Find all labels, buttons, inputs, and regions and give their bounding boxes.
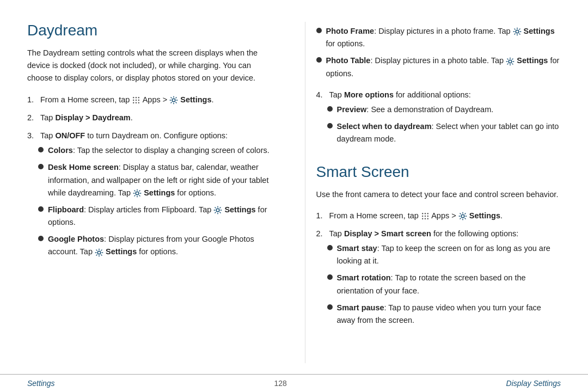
gear-icon-ss1 bbox=[458, 212, 467, 220]
bullet-dot bbox=[38, 236, 44, 241]
apps-icon bbox=[132, 96, 140, 105]
step-3-text: Tap ON/OFF to turn Daydream on. Configur… bbox=[40, 130, 228, 142]
bullet-smart-rotation-text: Smart rotation: Tap to rotate the screen… bbox=[337, 272, 561, 297]
onoff-bold: ON/OFF bbox=[55, 131, 85, 140]
bullet-smart-pause-text: Smart pause: Tap to pause video when you… bbox=[337, 302, 561, 327]
settings-bold-1: Settings bbox=[180, 95, 211, 104]
smart-screen-description: Use the front camera to detect your face… bbox=[316, 188, 561, 201]
step-4: 4. Tap More options for additional optio… bbox=[316, 89, 561, 150]
smart-screen-title: Smart Screen bbox=[316, 163, 561, 181]
step-4-bullets: Preview: See a demonstration of Daydream… bbox=[327, 103, 561, 150]
ss-step-1: 1. From a Home screen, tap Apps > Settin… bbox=[316, 210, 561, 222]
left-column: Daydream The Daydream setting controls w… bbox=[27, 22, 283, 363]
bullet-smart-stay-text: Smart stay: Tap to keep the screen on fo… bbox=[337, 242, 561, 267]
bullet-smart-pause: Smart pause: Tap to pause video when you… bbox=[327, 302, 561, 327]
step-num-1: 1. bbox=[27, 94, 37, 106]
right-column: Photo Frame: Display pictures in a photo… bbox=[305, 22, 561, 363]
display-daydream-bold: Display > Daydream bbox=[55, 113, 130, 122]
bullet-dot bbox=[327, 123, 333, 128]
bullet-colors-text: Colors: Tap the selector to display a ch… bbox=[48, 144, 272, 157]
photo-bullets: Photo Frame: Display pictures in a photo… bbox=[316, 25, 561, 80]
footer: Settings 128 Display Settings bbox=[0, 374, 588, 392]
bullet-desk-text: Desk Home screen: Display a status bar, … bbox=[48, 161, 272, 199]
step-1-text: From a Home screen, tap Apps > Settings. bbox=[40, 94, 214, 106]
step-num-3: 3. bbox=[27, 130, 37, 142]
bullet-dot bbox=[38, 206, 44, 212]
step-num-4: 4. bbox=[316, 89, 326, 101]
step-num-2: 2. bbox=[27, 112, 37, 124]
gear-icon-gphoto bbox=[95, 248, 103, 257]
smart-screen-steps: 1. From a Home screen, tap Apps > Settin… bbox=[316, 210, 561, 332]
gear-icon-pframe bbox=[513, 27, 522, 36]
bullet-photo-frame: Photo Frame: Display pictures in a photo… bbox=[316, 25, 561, 50]
bullet-google-photos: Google Photos: Display pictures from you… bbox=[38, 233, 272, 258]
bullet-google-text: Google Photos: Display pictures from you… bbox=[48, 233, 272, 258]
gear-icon-ptable bbox=[506, 57, 514, 66]
apps-icon-ss bbox=[421, 212, 430, 220]
bullet-photo-table: Photo Table: Display pictures in a photo… bbox=[316, 54, 561, 79]
footer-page-number: 128 bbox=[274, 379, 286, 388]
step-2-text: Tap Display > Daydream. bbox=[40, 112, 133, 124]
gear-icon-desk bbox=[133, 189, 142, 198]
bullet-dot bbox=[38, 147, 44, 152]
step-4-text: Tap More options for additional options: bbox=[329, 89, 471, 101]
ss-step-2: 2. Tap Display > Smart screen for the fo… bbox=[316, 228, 561, 331]
bullet-flipboard: Flipboard: Display articles from Flipboa… bbox=[38, 204, 272, 229]
ss-step-2-bullets: Smart stay: Tap to keep the screen on fo… bbox=[327, 242, 561, 331]
gear-icon-flip bbox=[213, 206, 222, 215]
bullet-flipboard-text: Flipboard: Display articles from Flipboa… bbox=[48, 204, 272, 229]
bullet-colors: Colors: Tap the selector to display a ch… bbox=[38, 144, 272, 157]
bullet-photo-frame-text: Photo Frame: Display pictures in a photo… bbox=[326, 25, 561, 50]
step-4-list: 4. Tap More options for additional optio… bbox=[316, 89, 561, 150]
ss-step-1-text: From a Home screen, tap Apps > Settings. bbox=[329, 210, 503, 222]
page-container: Daydream The Daydream setting controls w… bbox=[0, 0, 588, 392]
bullet-dot bbox=[327, 274, 333, 280]
bullet-dot bbox=[327, 106, 333, 112]
step-3-bullets: Colors: Tap the selector to display a ch… bbox=[38, 144, 272, 263]
bullet-smart-rotation: Smart rotation: Tap to rotate the screen… bbox=[327, 272, 561, 297]
footer-left: Settings bbox=[27, 379, 55, 388]
bullet-select-when-text: Select when to daydream: Select when you… bbox=[337, 120, 561, 145]
ss-step-num-2: 2. bbox=[316, 228, 326, 240]
bullet-select-when: Select when to daydream: Select when you… bbox=[327, 120, 561, 145]
bullet-preview-text: Preview: See a demonstration of Daydream… bbox=[337, 103, 561, 116]
daydream-steps: 1. From a Home screen, tap Apps > Settin… bbox=[27, 94, 272, 263]
daydream-title: Daydream bbox=[27, 22, 272, 39]
bullet-smart-stay: Smart stay: Tap to keep the screen on fo… bbox=[327, 242, 561, 267]
bullet-dot bbox=[327, 304, 333, 310]
daydream-description: The Daydream setting controls what the s… bbox=[27, 47, 272, 85]
bullet-desk-home: Desk Home screen: Display a status bar, … bbox=[38, 161, 272, 199]
step-2: 2. Tap Display > Daydream. bbox=[27, 112, 272, 124]
bullet-dot bbox=[38, 164, 44, 169]
step-1: 1. From a Home screen, tap Apps > Settin… bbox=[27, 94, 272, 106]
gear-icon-1 bbox=[169, 96, 178, 105]
bullet-dot bbox=[316, 57, 322, 63]
content-area: Daydream The Daydream setting controls w… bbox=[0, 0, 588, 374]
bullet-photo-table-text: Photo Table: Display pictures in a photo… bbox=[326, 54, 561, 79]
ss-step-num-1: 1. bbox=[316, 210, 326, 222]
step-3: 3. Tap ON/OFF to turn Daydream on. Confi… bbox=[27, 130, 272, 263]
bullet-preview: Preview: See a demonstration of Daydream… bbox=[327, 103, 561, 116]
ss-step-2-text: Tap Display > Smart screen for the follo… bbox=[329, 228, 519, 240]
footer-right: Display Settings bbox=[506, 379, 561, 388]
bullet-dot bbox=[316, 28, 322, 33]
bullet-dot bbox=[327, 245, 333, 250]
